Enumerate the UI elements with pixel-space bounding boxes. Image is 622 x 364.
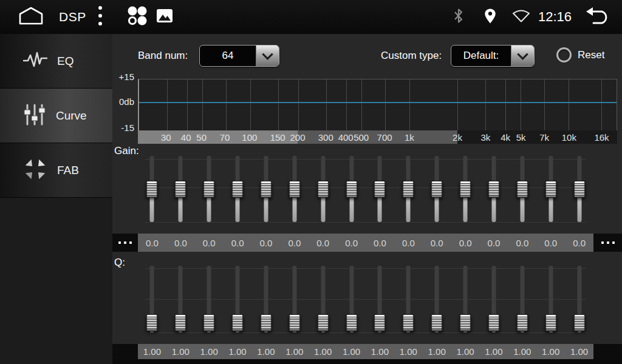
q-slider-thumb[interactable] xyxy=(175,314,186,331)
gain-slider-thumb[interactable] xyxy=(516,181,528,198)
q-slider[interactable] xyxy=(366,266,394,332)
gridline xyxy=(346,79,347,130)
gain-value: 0.0 xyxy=(138,238,166,248)
custom-type-dropdown-button[interactable] xyxy=(511,46,534,66)
q-slider[interactable] xyxy=(423,266,451,332)
gain-slider-thumb[interactable] xyxy=(317,181,329,198)
dot xyxy=(601,241,604,244)
q-slider-thumb[interactable] xyxy=(516,314,528,331)
q-slider-thumb[interactable] xyxy=(460,314,471,331)
home-icon xyxy=(17,7,45,27)
q-slider[interactable] xyxy=(166,266,195,332)
gain-value: 0.0 xyxy=(280,238,309,248)
gain-slider[interactable] xyxy=(536,156,565,222)
q-value: 1.00 xyxy=(565,346,593,357)
q-slider-thumb[interactable] xyxy=(346,314,357,331)
q-slider-thumb[interactable] xyxy=(488,314,499,331)
q-slider[interactable] xyxy=(337,266,366,332)
q-slider[interactable] xyxy=(224,266,252,332)
menu-button[interactable] xyxy=(97,0,103,34)
custom-type-dropdown[interactable]: Default: xyxy=(451,45,535,67)
q-values-strip: 1.001.001.001.001.001.001.001.001.001.00… xyxy=(138,344,593,359)
q-slider[interactable] xyxy=(565,266,593,332)
gain-slider-thumb[interactable] xyxy=(232,181,244,198)
eq-response-curve xyxy=(139,102,617,103)
gain-slider-thumb[interactable] xyxy=(431,181,443,198)
gain-slider[interactable] xyxy=(337,156,366,222)
gain-slider-thumb[interactable] xyxy=(488,181,499,198)
gain-slider-thumb[interactable] xyxy=(289,181,300,198)
q-slider-thumb[interactable] xyxy=(374,314,386,331)
sidebar-item-eq[interactable]: EQ xyxy=(0,34,112,89)
band-num-dropdown-button[interactable] xyxy=(256,46,279,66)
q-slider-thumb[interactable] xyxy=(203,314,215,331)
gallery-button[interactable] xyxy=(157,0,173,34)
q-scroll-left-button[interactable] xyxy=(112,344,138,359)
gain-slider-thumb[interactable] xyxy=(146,181,158,198)
home-button[interactable] xyxy=(17,0,45,34)
gain-slider[interactable] xyxy=(195,156,224,222)
reset-radio-icon[interactable] xyxy=(556,47,572,62)
q-slider[interactable] xyxy=(536,266,565,332)
q-value: 1.00 xyxy=(423,346,451,357)
gain-slider[interactable] xyxy=(166,156,195,222)
reset-button[interactable]: Reset xyxy=(556,47,604,62)
gain-value: 0.0 xyxy=(565,238,593,248)
band-num-dropdown[interactable]: 64 xyxy=(199,45,279,67)
q-slider[interactable] xyxy=(280,266,309,332)
q-slider[interactable] xyxy=(480,266,508,332)
q-slider[interactable] xyxy=(394,266,423,332)
gain-scroll-right-button[interactable] xyxy=(593,234,622,252)
gain-slider-thumb[interactable] xyxy=(260,181,272,198)
gridline xyxy=(361,79,362,130)
gain-slider[interactable] xyxy=(394,156,423,222)
sidebar-item-fab[interactable]: FAB xyxy=(0,143,112,198)
gain-slider[interactable] xyxy=(280,156,309,222)
gain-slider-thumb[interactable] xyxy=(403,181,414,198)
gridline xyxy=(505,79,506,130)
q-slider[interactable] xyxy=(309,266,337,332)
q-slider-thumb[interactable] xyxy=(260,314,272,331)
sidebar-item-curve[interactable]: Curve xyxy=(0,89,112,143)
q-slider[interactable] xyxy=(252,266,281,332)
q-slider-thumb[interactable] xyxy=(232,314,244,331)
gain-slider[interactable] xyxy=(565,156,593,222)
gain-slider[interactable] xyxy=(252,156,281,222)
gain-slider-thumb[interactable] xyxy=(175,181,186,198)
q-slider-thumb[interactable] xyxy=(545,314,556,331)
gain-slider[interactable] xyxy=(480,156,508,222)
q-slider-thumb[interactable] xyxy=(317,314,329,331)
q-slider-thumb[interactable] xyxy=(573,314,585,331)
gain-slider[interactable] xyxy=(309,156,337,222)
q-slider-thumb[interactable] xyxy=(146,314,158,331)
q-slider-thumb[interactable] xyxy=(431,314,443,331)
q-slider[interactable] xyxy=(451,266,480,332)
sidebar-item-label: Curve xyxy=(56,109,87,123)
gain-slider-thumb[interactable] xyxy=(203,181,215,198)
plot-gridlines xyxy=(139,79,617,130)
q-scroll-right-button[interactable] xyxy=(593,344,622,359)
gain-slider[interactable] xyxy=(508,156,536,222)
q-slider[interactable] xyxy=(195,266,224,332)
gain-slider-thumb[interactable] xyxy=(346,181,357,198)
frequency-axis: 304050701001502003004005007001k2k3k4k5k7… xyxy=(138,130,617,144)
gain-slider[interactable] xyxy=(423,156,451,222)
gridline xyxy=(409,79,410,130)
apps-button[interactable] xyxy=(126,0,148,34)
q-slider[interactable] xyxy=(508,266,536,332)
q-slider[interactable] xyxy=(138,266,166,332)
dsp-screen: DSP xyxy=(0,0,622,364)
gain-slider-thumb[interactable] xyxy=(374,181,386,198)
q-slider-thumb[interactable] xyxy=(403,314,414,331)
gain-slider[interactable] xyxy=(138,156,166,222)
gain-slider-thumb[interactable] xyxy=(573,181,585,198)
gain-slider-thumb[interactable] xyxy=(460,181,471,198)
gain-slider[interactable] xyxy=(224,156,252,222)
gain-slider-thumb[interactable] xyxy=(545,181,556,198)
back-button[interactable] xyxy=(584,0,611,34)
gain-slider[interactable] xyxy=(366,156,394,222)
q-slider-thumb[interactable] xyxy=(289,314,300,331)
freq-tick-label: 50 xyxy=(196,132,207,143)
gain-scroll-left-button[interactable] xyxy=(112,234,138,252)
gain-slider[interactable] xyxy=(451,156,480,222)
